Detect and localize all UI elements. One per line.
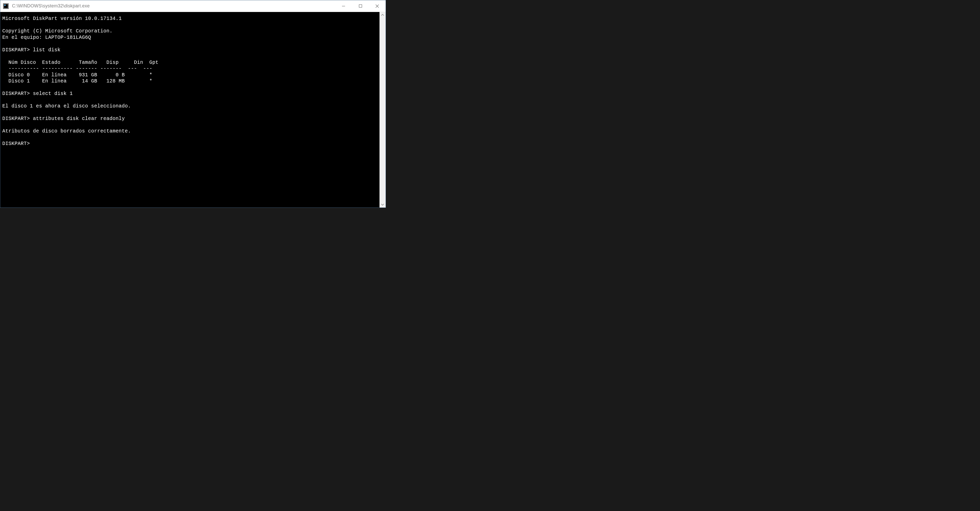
chevron-up-icon [381, 14, 384, 16]
terminal-area: Microsoft DiskPart versión 10.0.17134.1 … [0, 12, 386, 207]
close-button[interactable] [369, 0, 386, 12]
chevron-down-icon [381, 204, 384, 206]
minimize-button[interactable] [335, 0, 352, 12]
console-window: C:\WINDOWS\system32\diskpart.exe Microso… [0, 0, 386, 208]
svg-rect-1 [359, 5, 362, 7]
window-title: C:\WINDOWS\system32\diskpart.exe [12, 3, 335, 9]
vertical-scrollbar[interactable] [380, 12, 386, 207]
window-controls [335, 0, 386, 12]
command-prompt-icon [3, 3, 8, 9]
scroll-up-button[interactable] [380, 12, 386, 18]
terminal-output[interactable]: Microsoft DiskPart versión 10.0.17134.1 … [0, 12, 380, 207]
titlebar[interactable]: C:\WINDOWS\system32\diskpart.exe [0, 0, 386, 12]
minimize-icon [342, 4, 345, 8]
close-icon [375, 4, 379, 8]
scroll-down-button[interactable] [380, 202, 386, 207]
maximize-button[interactable] [352, 0, 369, 12]
maximize-icon [359, 4, 362, 8]
